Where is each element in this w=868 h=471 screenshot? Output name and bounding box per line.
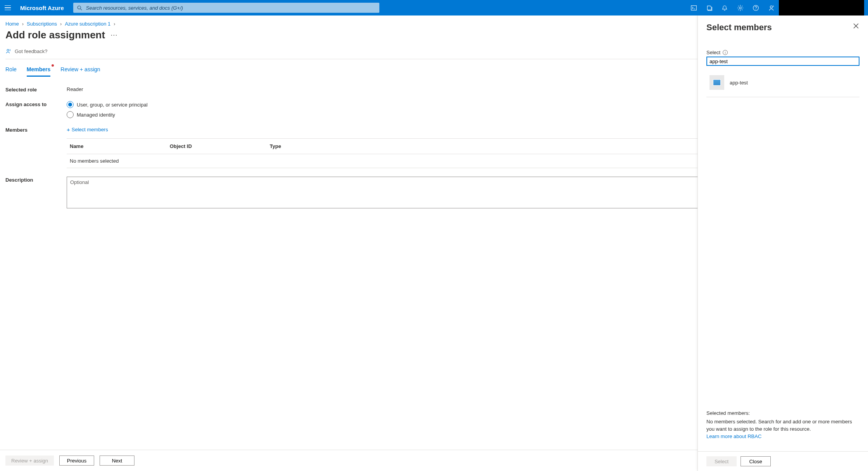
panel-header: Select members xyxy=(706,22,859,33)
selected-members-heading: Selected members: xyxy=(706,410,859,417)
feedback-icon[interactable] xyxy=(763,0,779,15)
assign-access-label: Assign access to xyxy=(5,101,67,118)
panel-select-label-row: Select i xyxy=(706,50,859,55)
directories-icon[interactable] xyxy=(701,0,717,15)
breadcrumb-home[interactable]: Home xyxy=(5,21,19,27)
previous-button[interactable]: Previous xyxy=(59,456,94,466)
chevron-right-icon: › xyxy=(60,21,62,27)
svg-point-7 xyxy=(770,5,772,8)
svg-point-6 xyxy=(755,9,756,9)
topbar-icons xyxy=(686,0,779,15)
tab-review[interactable]: Review + assign xyxy=(60,66,100,77)
close-panel-button[interactable] xyxy=(852,22,859,29)
search-results: app-test xyxy=(706,74,859,97)
next-button[interactable]: Next xyxy=(100,456,134,466)
selected-role-label: Selected role xyxy=(5,86,67,93)
select-members-link[interactable]: + Select members xyxy=(67,127,108,132)
select-members-panel: Select members Select i app-test Selecte… xyxy=(698,15,868,471)
notifications-icon[interactable] xyxy=(717,0,732,15)
chevron-right-icon: › xyxy=(22,21,24,27)
panel-select-label: Select xyxy=(706,50,720,55)
radio-circle-icon xyxy=(67,101,74,108)
person-voice-icon xyxy=(5,48,12,54)
col-object-id: Object ID xyxy=(170,143,270,149)
breadcrumb-current[interactable]: Azure subscription 1 xyxy=(65,21,110,27)
topbar: Microsoft Azure xyxy=(0,0,868,15)
description-label: Description xyxy=(5,177,67,210)
app-registration-icon xyxy=(710,75,724,90)
tab-indicator-dot xyxy=(52,64,54,67)
tab-members[interactable]: Members xyxy=(27,66,50,77)
radio-circle-icon xyxy=(67,111,74,118)
panel-footer: Select Close xyxy=(698,451,868,471)
selected-members-text: No members selected. Search for and add … xyxy=(706,418,859,433)
cloud-shell-icon[interactable] xyxy=(686,0,701,15)
brand-label[interactable]: Microsoft Azure xyxy=(20,5,64,11)
svg-line-1 xyxy=(80,9,82,10)
global-search[interactable] xyxy=(73,3,379,13)
panel-search-input[interactable] xyxy=(706,57,859,66)
chevron-right-icon: › xyxy=(114,21,115,27)
members-label: Members xyxy=(5,127,67,168)
tab-role[interactable]: Role xyxy=(5,66,17,77)
learn-more-rbac-link[interactable]: Learn more about RBAC xyxy=(706,433,761,439)
result-item-name: app-test xyxy=(730,80,748,86)
page-title: Add role assignment xyxy=(5,29,105,41)
help-icon[interactable] xyxy=(748,0,763,15)
svg-point-0 xyxy=(78,6,81,9)
plus-icon: + xyxy=(67,127,70,132)
col-name: Name xyxy=(70,143,170,149)
close-icon xyxy=(853,23,859,29)
tab-members-label: Members xyxy=(27,66,50,72)
radio-label-user: User, group, or service principal xyxy=(77,102,148,108)
result-item-app-test[interactable]: app-test xyxy=(706,74,859,97)
svg-rect-2 xyxy=(691,5,696,10)
panel-title: Select members xyxy=(706,22,772,33)
panel-body: Select members Select i app-test Selecte… xyxy=(698,15,868,451)
breadcrumb-subscriptions[interactable]: Subscriptions xyxy=(27,21,57,27)
settings-gear-icon[interactable] xyxy=(732,0,748,15)
svg-point-8 xyxy=(7,49,9,51)
hamburger-menu-icon[interactable] xyxy=(5,3,15,13)
more-options-icon[interactable]: ⋯ xyxy=(110,31,118,38)
svg-point-4 xyxy=(739,7,741,9)
panel-select-button: Select xyxy=(706,456,737,466)
panel-close-button[interactable]: Close xyxy=(741,456,771,466)
review-assign-button: Review + assign xyxy=(5,456,54,466)
radio-label-managed: Managed identity xyxy=(77,112,115,118)
select-members-link-label: Select members xyxy=(72,127,108,132)
info-icon[interactable]: i xyxy=(723,50,728,55)
feedback-label: Got feedback? xyxy=(15,48,48,54)
global-search-input[interactable] xyxy=(86,5,375,11)
user-account-block[interactable] xyxy=(779,0,864,15)
selected-members-block: Selected members: No members selected. S… xyxy=(706,410,859,440)
search-icon xyxy=(77,5,82,10)
